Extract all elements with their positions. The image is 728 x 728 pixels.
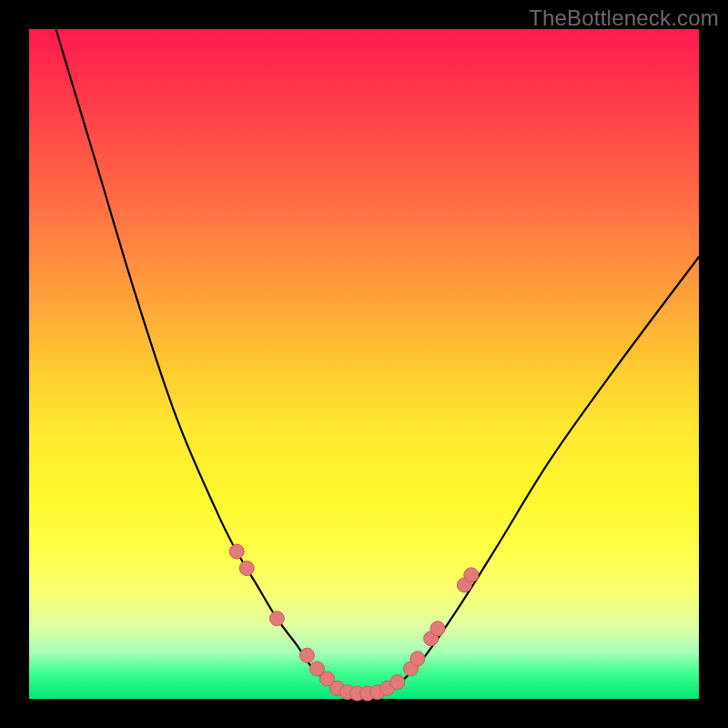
curve-marker	[410, 652, 425, 666]
bottleneck-curve	[56, 29, 699, 695]
curve-markers	[229, 544, 479, 701]
watermark-text: TheBottleneck.com	[529, 5, 719, 31]
curve-marker	[390, 675, 405, 690]
plot-area	[29, 29, 699, 699]
curve-marker	[430, 622, 445, 636]
chart-svg	[29, 29, 699, 699]
curve-marker	[464, 568, 479, 582]
curve-marker	[229, 544, 244, 559]
curve-marker	[239, 561, 254, 575]
chart-frame: TheBottleneck.com	[0, 0, 728, 728]
curve-marker	[269, 612, 284, 626]
curve-marker	[299, 648, 314, 662]
